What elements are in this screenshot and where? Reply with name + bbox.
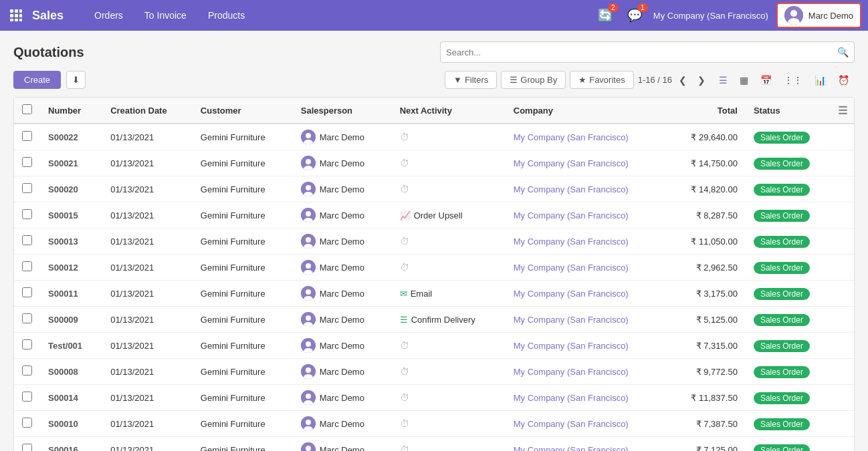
- menu-products[interactable]: Products: [197, 0, 255, 31]
- column-settings-icon[interactable]: ☰: [838, 105, 847, 116]
- row-number[interactable]: S00016: [40, 437, 102, 452]
- table-row[interactable]: S0001101/13/2021Gemini FurnitureMarc Dem…: [14, 281, 854, 307]
- notifications-button[interactable]: 🔄 2: [594, 5, 616, 26]
- row-checkbox[interactable]: [22, 444, 32, 451]
- table-row[interactable]: S0002001/13/2021Gemini FurnitureMarc Dem…: [14, 176, 854, 202]
- row-activity[interactable]: ⏱: [392, 176, 506, 202]
- calendar-view-button[interactable]: 📅: [755, 71, 777, 89]
- row-company[interactable]: My Company (San Francisco): [506, 176, 668, 202]
- pivot-view-button[interactable]: ⋮⋮: [778, 71, 808, 89]
- row-number[interactable]: S00012: [40, 255, 102, 281]
- row-customer[interactable]: Gemini Furniture: [193, 176, 293, 202]
- row-activity[interactable]: ⏱: [392, 411, 506, 437]
- activity-view-button[interactable]: ⏰: [833, 71, 855, 89]
- list-view-button[interactable]: ☰: [714, 71, 733, 89]
- create-button[interactable]: Create: [13, 71, 61, 89]
- table-row[interactable]: S0002201/13/2021Gemini FurnitureMarc Dem…: [14, 124, 854, 150]
- row-activity[interactable]: ⏱: [392, 229, 506, 255]
- table-row[interactable]: S0001601/13/2021Gemini FurnitureMarc Dem…: [14, 437, 854, 452]
- row-number[interactable]: S00011: [40, 281, 102, 307]
- row-checkbox[interactable]: [22, 313, 32, 323]
- col-total[interactable]: Total: [668, 98, 746, 124]
- row-customer[interactable]: Gemini Furniture: [193, 333, 293, 359]
- select-all-header[interactable]: [14, 98, 40, 124]
- row-activity[interactable]: ⏱: [392, 359, 506, 385]
- pagination-prev[interactable]: ❮: [675, 73, 691, 88]
- row-number[interactable]: S00009: [40, 307, 102, 333]
- row-checkbox[interactable]: [22, 183, 32, 193]
- filters-button[interactable]: ▼ Filters: [445, 71, 497, 89]
- favorites-button[interactable]: ★ Favorites: [570, 71, 633, 89]
- table-row[interactable]: S0001501/13/2021Gemini FurnitureMarc Dem…: [14, 202, 854, 229]
- table-row[interactable]: S0000901/13/2021Gemini FurnitureMarc Dem…: [14, 307, 854, 333]
- row-company[interactable]: My Company (San Francisco): [506, 150, 668, 176]
- row-company[interactable]: My Company (San Francisco): [506, 437, 668, 452]
- col-company[interactable]: Company: [506, 98, 668, 124]
- row-customer[interactable]: Gemini Furniture: [193, 202, 293, 229]
- row-company[interactable]: My Company (San Francisco): [506, 202, 668, 229]
- row-checkbox[interactable]: [22, 131, 32, 141]
- row-number[interactable]: S00014: [40, 385, 102, 411]
- row-checkbox[interactable]: [22, 261, 32, 271]
- download-button[interactable]: ⬇: [66, 71, 86, 89]
- row-company[interactable]: My Company (San Francisco): [506, 359, 668, 385]
- row-activity[interactable]: ⏱: [392, 333, 506, 359]
- row-number[interactable]: S00008: [40, 359, 102, 385]
- pagination-next[interactable]: ❯: [693, 73, 710, 88]
- col-creation-date[interactable]: Creation Date: [102, 98, 193, 124]
- row-company[interactable]: My Company (San Francisco): [506, 411, 668, 437]
- row-customer[interactable]: Gemini Furniture: [193, 281, 293, 307]
- row-company[interactable]: My Company (San Francisco): [506, 281, 668, 307]
- row-number[interactable]: S00022: [40, 124, 102, 150]
- select-all-checkbox[interactable]: [22, 104, 32, 114]
- menu-to-invoice[interactable]: To Invoice: [134, 0, 197, 31]
- row-checkbox[interactable]: [22, 157, 32, 167]
- row-checkbox[interactable]: [22, 235, 32, 245]
- table-row[interactable]: S0001001/13/2021Gemini FurnitureMarc Dem…: [14, 411, 854, 437]
- row-checkbox[interactable]: [22, 365, 32, 375]
- row-checkbox[interactable]: [22, 339, 32, 349]
- col-next-activity[interactable]: Next Activity: [392, 98, 506, 124]
- row-checkbox[interactable]: [22, 209, 32, 219]
- graph-view-button[interactable]: 📊: [809, 71, 831, 89]
- row-customer[interactable]: Gemini Furniture: [193, 437, 293, 452]
- table-row[interactable]: S0001301/13/2021Gemini FurnitureMarc Dem…: [14, 229, 854, 255]
- row-customer[interactable]: Gemini Furniture: [193, 255, 293, 281]
- user-menu[interactable]: Marc Demo: [776, 3, 861, 28]
- row-customer[interactable]: Gemini Furniture: [193, 307, 293, 333]
- row-activity[interactable]: ⏱: [392, 385, 506, 411]
- col-salesperson[interactable]: Salesperson: [293, 98, 392, 124]
- row-checkbox[interactable]: [22, 287, 32, 297]
- kanban-view-button[interactable]: ▦: [734, 71, 754, 89]
- col-settings[interactable]: ☰: [835, 98, 854, 124]
- row-activity[interactable]: ⏱: [392, 124, 506, 150]
- row-company[interactable]: My Company (San Francisco): [506, 333, 668, 359]
- row-customer[interactable]: Gemini Furniture: [193, 229, 293, 255]
- messages-button[interactable]: 💬 1: [624, 5, 645, 26]
- row-company[interactable]: My Company (San Francisco): [506, 124, 668, 150]
- row-activity[interactable]: ✉ Email: [392, 281, 506, 307]
- row-number[interactable]: Test/001: [40, 333, 102, 359]
- row-company[interactable]: My Company (San Francisco): [506, 307, 668, 333]
- col-number[interactable]: Number: [40, 98, 102, 124]
- table-row[interactable]: Test/00101/13/2021Gemini FurnitureMarc D…: [14, 333, 854, 359]
- groupby-button[interactable]: ☰ Group By: [501, 71, 566, 89]
- row-activity[interactable]: 📈 Order Upsell: [392, 202, 506, 229]
- row-customer[interactable]: Gemini Furniture: [193, 150, 293, 176]
- search-input[interactable]: [446, 47, 837, 57]
- row-company[interactable]: My Company (San Francisco): [506, 385, 668, 411]
- row-customer[interactable]: Gemini Furniture: [193, 385, 293, 411]
- company-name[interactable]: My Company (San Francisco): [653, 11, 768, 21]
- row-activity[interactable]: ⏱: [392, 437, 506, 452]
- row-customer[interactable]: Gemini Furniture: [193, 124, 293, 150]
- row-customer[interactable]: Gemini Furniture: [193, 359, 293, 385]
- row-number[interactable]: S00020: [40, 176, 102, 202]
- row-customer[interactable]: Gemini Furniture: [193, 411, 293, 437]
- table-row[interactable]: S0001201/13/2021Gemini FurnitureMarc Dem…: [14, 255, 854, 281]
- col-status[interactable]: Status: [746, 98, 835, 124]
- row-activity[interactable]: ⏱: [392, 150, 506, 176]
- apps-icon[interactable]: [7, 6, 25, 25]
- row-number[interactable]: S00013: [40, 229, 102, 255]
- menu-orders[interactable]: Orders: [84, 0, 134, 31]
- row-checkbox[interactable]: [22, 418, 32, 428]
